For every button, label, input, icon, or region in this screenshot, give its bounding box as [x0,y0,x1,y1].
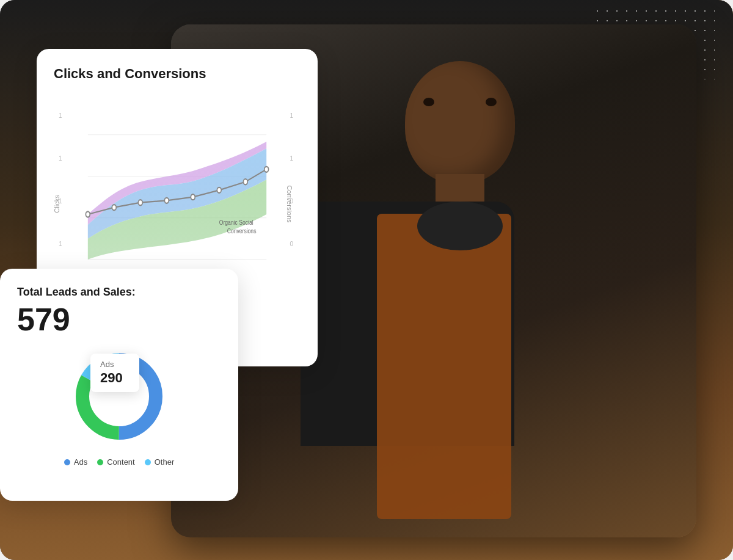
dot-3 [138,200,142,205]
legend-dot-content [97,459,103,465]
leads-card-title: Total Leads and Sales: [17,286,221,299]
donut-tooltip: Ads 290 [90,354,139,392]
chart-legend: Ads Content Other [17,457,221,467]
legend-item-ads: Ads [64,457,87,467]
dot-7 [243,179,247,184]
legend-item-content: Content [97,457,135,467]
dot-1 [86,211,90,217]
legend-dot-ads [64,459,70,465]
y-tick-r4: 0 [290,241,293,247]
organic-social-text: Organic Social [219,219,253,226]
y-axis-conversions-label: Conversions [285,185,293,222]
dot-8 [264,167,269,172]
dot-4 [164,198,169,203]
legend-label-other: Other [155,457,175,467]
y-tick-r2: 1 [290,155,293,162]
y-tick-4: 1 [59,241,62,247]
legend-label-content: Content [107,457,135,467]
tooltip-label: Ads [100,360,129,369]
leads-total-number: 579 [17,304,221,335]
legend-label-ads: Ads [74,457,87,467]
y-tick-1: 1 [59,112,62,119]
y-axis-clicks-label: Clicks [53,195,60,213]
legend-dot-other [145,459,151,465]
legend-item-other: Other [145,457,175,467]
dot-5 [191,194,195,200]
dot-2 [112,205,116,210]
conversions-text: Conversions [227,227,257,234]
y-tick-2: 1 [59,155,62,162]
clicks-card-title: Clicks and Conversions [54,66,301,82]
leads-sales-card: Total Leads and Sales: 579 Ads 290 [0,269,238,501]
y-tick-r1: 1 [290,112,293,119]
tooltip-value: 290 [100,370,129,386]
dot-6 [217,187,221,193]
donut-chart-container: Ads 290 [17,347,221,445]
